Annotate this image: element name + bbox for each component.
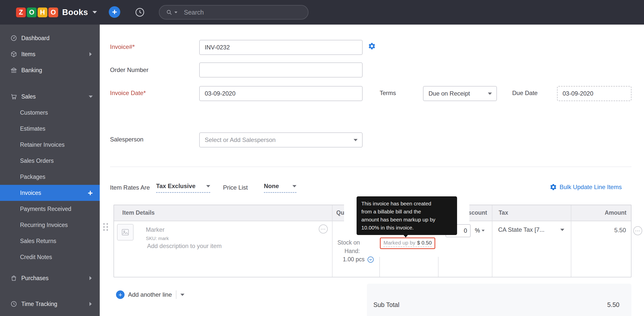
sales-cart-icon <box>10 93 18 100</box>
header-amount: Amount <box>571 209 626 216</box>
sub-total-label: Sub Total <box>373 301 399 308</box>
sidebar-item-sales[interactable]: Sales <box>0 89 100 105</box>
invoice-number-input[interactable] <box>199 40 363 55</box>
tooltip-arrow <box>403 234 408 238</box>
recent-history-button[interactable] <box>134 7 145 19</box>
row-drag-handle[interactable] <box>103 223 108 231</box>
search-input[interactable] <box>184 9 305 16</box>
sidebar-item-recurring-invoices[interactable]: Recurring Invoices <box>0 217 100 233</box>
plus-circle-icon: + <box>116 290 125 299</box>
invoice-number-settings-gear-icon[interactable] <box>368 42 376 50</box>
terms-label: Terms <box>380 90 396 97</box>
column-divider <box>571 205 571 277</box>
salesperson-select[interactable]: Select or Add Salesperson <box>199 132 363 147</box>
zoho-books-window: Z O H O Books + <box>0 0 644 316</box>
stock-on-hand-label-line2: Hand: <box>318 248 360 255</box>
order-number-input[interactable] <box>199 62 363 77</box>
sidebar-item-estimates[interactable]: Estimates <box>0 121 100 137</box>
add-line-options-chevron-icon[interactable] <box>180 294 184 296</box>
item-image-placeholder[interactable] <box>117 224 134 241</box>
order-number-label: Order Number <box>110 66 148 73</box>
divider <box>176 290 176 299</box>
chevron-right-icon <box>89 302 92 306</box>
gear-icon <box>550 183 557 191</box>
dashboard-icon <box>10 35 18 42</box>
image-icon <box>121 228 130 236</box>
tax-select[interactable]: CA State Tax [7... <box>498 226 564 233</box>
sidebar-item-packages[interactable]: Packages <box>0 169 100 185</box>
chevron-down-icon <box>488 93 492 95</box>
price-list-label: Price List <box>223 184 248 191</box>
sidebar-item-retainer-invoices[interactable]: Retainer Invoices <box>0 137 100 153</box>
item-name[interactable]: Marker <box>146 226 165 233</box>
sidebar-item-sales-orders[interactable]: Sales Orders <box>0 153 100 169</box>
sidebar-item-time-tracking[interactable]: Time Tracking <box>0 296 100 312</box>
logo-tile-o1: O <box>27 8 37 17</box>
logo-tile-z: Z <box>16 8 26 17</box>
salesperson-label: Salesperson <box>110 136 143 143</box>
marked-up-indicator: Marked up by $ 0.50 <box>380 238 435 249</box>
sidebar: Dashboard Items Banking Sales Customers … <box>0 25 100 316</box>
invoice-date-label: Invoice Date* <box>110 90 146 97</box>
item-rates-label: Item Rates Are <box>110 184 150 191</box>
invoice-number-label: Invoice#* <box>110 43 135 50</box>
invoice-form: Invoice#* Order Number Invoice Date* Ter… <box>100 25 644 316</box>
chevron-down-icon <box>560 229 564 231</box>
chevron-down-icon <box>206 185 210 187</box>
org-logo[interactable]: Z O H O Books <box>16 0 97 25</box>
sidebar-item-sales-returns[interactable]: Sales Returns <box>0 233 100 249</box>
invoice-date-input[interactable] <box>199 86 363 101</box>
chevron-down-icon <box>354 139 358 141</box>
stock-on-hand-label-line1: Stock on <box>318 239 360 246</box>
plus-icon: + <box>112 8 117 16</box>
brand-name: Books <box>62 8 88 17</box>
sidebar-item-payments-received[interactable]: Payments Received <box>0 201 100 217</box>
chevron-right-icon <box>89 276 92 280</box>
terms-select[interactable]: Due on Receipt <box>423 86 497 101</box>
sidebar-item-banking[interactable]: Banking <box>0 62 100 78</box>
sidebar-item-purchases[interactable]: Purchases <box>0 270 100 286</box>
search-icon <box>166 9 172 16</box>
banking-icon <box>10 67 18 74</box>
global-search[interactable] <box>159 5 308 20</box>
line-amount: 5.50 <box>576 227 626 234</box>
quick-create-button[interactable]: + <box>109 6 120 18</box>
sidebar-item-credit-notes[interactable]: Credit Notes <box>0 249 100 265</box>
column-divider <box>492 205 492 277</box>
add-another-line-button[interactable]: + Add another line <box>116 290 184 299</box>
chevron-down-icon <box>89 96 93 98</box>
purchases-bag-icon <box>10 275 18 282</box>
stock-on-hand-value: 1.00 pcs <box>318 256 365 263</box>
logo-tile-h: H <box>38 8 47 17</box>
discount-unit-dropdown[interactable]: % <box>475 227 485 234</box>
due-date-input[interactable]: 03-09-2020 <box>557 86 631 101</box>
due-date-label: Due Date <box>512 90 538 97</box>
stock-detail-chevron-circle-icon[interactable] <box>367 256 374 263</box>
time-tracking-clock-icon <box>10 300 18 307</box>
price-list-dropdown[interactable]: None <box>264 183 296 193</box>
sidebar-item-dashboard[interactable]: Dashboard <box>0 30 100 46</box>
sub-total-value: 5.50 <box>607 301 619 308</box>
chevron-down-icon <box>482 230 485 231</box>
tax-mode-dropdown[interactable]: Tax Exclusive <box>156 183 210 193</box>
new-invoice-plus-icon[interactable]: + <box>88 189 93 197</box>
header-item-details: Item Details <box>122 209 155 216</box>
invoice-summary-panel: Sub Total 5.50 <box>367 284 631 316</box>
item-options-ellipsis-button[interactable]: ⋯ <box>319 224 328 233</box>
items-box-icon <box>10 51 18 58</box>
sidebar-item-items[interactable]: Items <box>0 46 100 62</box>
sidebar-item-invoices[interactable]: Invoices + <box>0 185 100 201</box>
chevron-down-icon <box>292 185 296 187</box>
row-actions-ellipsis-button[interactable]: ⋯ <box>633 226 642 235</box>
org-chevron-down-icon[interactable] <box>92 11 97 14</box>
bulk-update-line-items-link[interactable]: Bulk Update Line Items <box>550 183 622 191</box>
item-sku: SKU: mark <box>146 236 169 241</box>
search-scope-chevron-icon[interactable] <box>174 12 177 13</box>
sidebar-item-customers[interactable]: Customers <box>0 105 100 121</box>
item-description-input[interactable]: Add description to your item <box>147 243 222 250</box>
logo-tile-o2: O <box>48 8 58 17</box>
history-clock-icon <box>134 7 145 18</box>
topbar: Z O H O Books + <box>0 0 644 25</box>
markup-tooltip: This invoice has been created from a bil… <box>357 196 457 235</box>
header-tax: Tax <box>499 209 508 216</box>
